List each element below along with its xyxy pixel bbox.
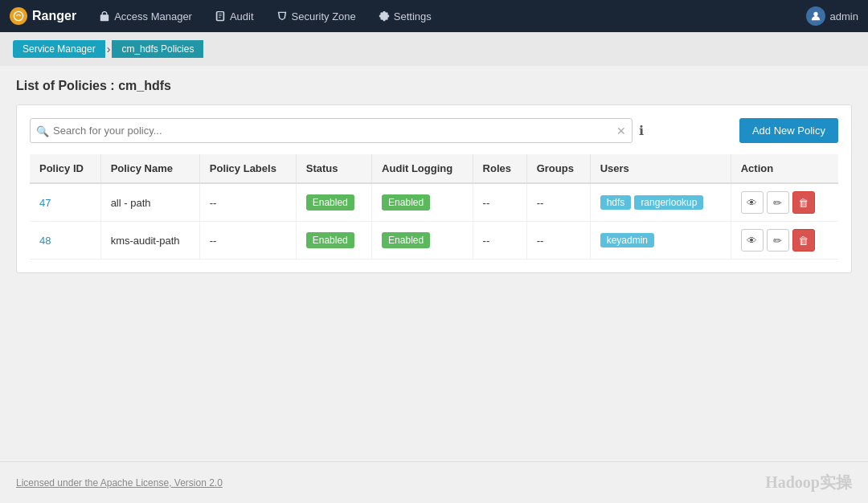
cell-status: Enabled	[296, 222, 371, 260]
view-button[interactable]: 👁	[741, 229, 764, 251]
cell-policy-name: kms-audit-path	[100, 222, 199, 260]
cell-policy-id: 47	[30, 183, 100, 222]
user-badge: keyadmin	[600, 233, 654, 247]
info-icon[interactable]: ℹ	[639, 123, 644, 138]
main-content: List of Policies : cm_hdfs 🔍 ✕ ℹ Add New…	[0, 66, 868, 286]
user-section: admin	[806, 6, 858, 26]
delete-button[interactable]: 🗑	[792, 229, 815, 251]
col-policy-name: Policy Name	[100, 154, 199, 183]
user-badge: hdfs	[600, 195, 632, 210]
search-bar: 🔍 ✕ ℹ Add New Policy	[30, 118, 838, 143]
policy-panel: 🔍 ✕ ℹ Add New Policy Policy ID Policy Na…	[16, 104, 852, 273]
edit-button[interactable]: ✏	[767, 229, 789, 251]
table-row: 47all - path--EnabledEnabled----hdfsrang…	[30, 183, 838, 222]
breadcrumb-service-manager[interactable]: Service Manager	[13, 40, 105, 58]
add-new-policy-button[interactable]: Add New Policy	[739, 118, 838, 143]
cell-policy-labels: --	[199, 183, 296, 222]
policy-table: Policy ID Policy Name Policy Labels Stat…	[30, 154, 838, 260]
search-input[interactable]	[30, 118, 633, 143]
user-avatar	[806, 6, 825, 26]
cell-roles: --	[473, 183, 526, 222]
cell-groups: --	[526, 183, 590, 222]
svg-point-1	[813, 12, 817, 16]
watermark: Hadoop实操	[765, 472, 852, 493]
cell-action: 👁✏🗑	[731, 183, 838, 222]
col-audit-logging: Audit Logging	[372, 154, 473, 183]
nav-audit[interactable]: Audit	[205, 0, 264, 32]
table-row: 48kms-audit-path--EnabledEnabled----keya…	[30, 222, 838, 260]
status-badge: Enabled	[306, 194, 354, 211]
user-name: admin	[830, 10, 858, 22]
breadcrumb-cm-hdfs[interactable]: cm_hdfs Policies	[112, 40, 203, 58]
search-icon: 🔍	[36, 125, 49, 137]
cell-audit-logging: Enabled	[372, 183, 473, 222]
nav-audit-label: Audit	[230, 10, 254, 22]
brand-name: Ranger	[32, 9, 76, 23]
nav-settings-label: Settings	[394, 10, 432, 22]
cell-action: 👁✏🗑	[731, 222, 838, 260]
breadcrumb: Service Manager › cm_hdfs Policies	[0, 32, 868, 66]
policy-id-link[interactable]: 48	[39, 235, 51, 247]
breadcrumb-arrow-1: ›	[107, 43, 111, 55]
col-status: Status	[296, 154, 371, 183]
cell-policy-name: all - path	[100, 183, 199, 222]
cell-policy-labels: --	[199, 222, 296, 260]
edit-button[interactable]: ✏	[767, 191, 789, 214]
col-policy-id: Policy ID	[30, 154, 100, 183]
cell-status: Enabled	[296, 183, 371, 222]
status-badge: Enabled	[306, 232, 354, 248]
cell-audit-logging: Enabled	[372, 222, 473, 260]
nav-security-zone[interactable]: Security Zone	[267, 0, 366, 32]
col-groups: Groups	[526, 154, 590, 183]
audit-logging-badge: Enabled	[382, 194, 430, 211]
view-button[interactable]: 👁	[741, 191, 764, 214]
brand-logo-icon	[10, 7, 27, 25]
col-users: Users	[590, 154, 731, 183]
search-input-wrap: 🔍 ✕	[30, 118, 633, 143]
footer-license-link[interactable]: Licensed under the Apache License, Versi…	[16, 477, 223, 489]
cell-users: keyadmin	[590, 222, 731, 260]
audit-logging-badge: Enabled	[382, 232, 430, 248]
nav-security-zone-label: Security Zone	[292, 10, 356, 22]
page-title: List of Policies : cm_hdfs	[16, 79, 852, 93]
cell-roles: --	[473, 222, 526, 260]
table-header-row: Policy ID Policy Name Policy Labels Stat…	[30, 154, 838, 183]
nav-settings[interactable]: Settings	[369, 0, 441, 32]
navbar: Ranger Access Manager Audit Security Zon…	[0, 0, 868, 32]
cell-groups: --	[526, 222, 590, 260]
cell-users: hdfsrangerlookup	[590, 183, 731, 222]
nav-access-manager[interactable]: Access Manager	[89, 0, 202, 32]
col-policy-labels: Policy Labels	[199, 154, 296, 183]
search-clear-icon[interactable]: ✕	[616, 125, 626, 137]
delete-button[interactable]: 🗑	[792, 191, 815, 214]
cell-policy-id: 48	[30, 222, 100, 260]
col-roles: Roles	[473, 154, 526, 183]
nav-access-manager-label: Access Manager	[114, 10, 192, 22]
footer: Licensed under the Apache License, Versi…	[0, 461, 868, 503]
policy-id-link[interactable]: 47	[39, 197, 51, 209]
user-badge: rangerlookup	[634, 195, 703, 210]
col-action: Action	[731, 154, 838, 183]
svg-point-0	[14, 11, 23, 20]
brand[interactable]: Ranger	[10, 7, 76, 25]
